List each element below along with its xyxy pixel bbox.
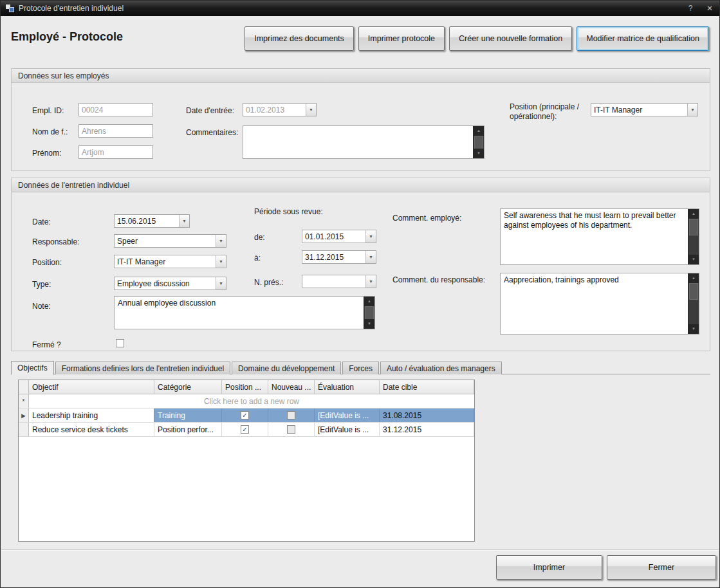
imprimer-button[interactable]: Imprimer [496, 555, 602, 580]
scrollbar[interactable]: ▲ ▼ [364, 297, 374, 329]
comment-employe-textarea[interactable]: Self awareness that he must learn to pre… [500, 208, 699, 265]
current-row-indicator-icon: ► [19, 409, 29, 422]
empl-id-field[interactable]: 00024 [78, 103, 153, 116]
create-training-button[interactable]: Créer une nouvelle formation [449, 26, 572, 51]
last-name-label: Nom de f.: [32, 127, 68, 136]
note-label: Note: [32, 302, 51, 311]
ferme-checkbox[interactable] [116, 339, 124, 347]
column-header-evaluation[interactable]: Évaluation [315, 380, 380, 394]
comments-textarea[interactable]: ▲ ▼ [243, 125, 485, 159]
de-label: de: [254, 233, 265, 242]
modify-qualification-matrix-button[interactable]: Modifier matrice de qualification [577, 26, 709, 51]
cell-categorie[interactable]: Training [154, 409, 222, 422]
scroll-up-icon[interactable]: ▲ [364, 297, 374, 306]
cell-position-check[interactable]: ✓ [222, 423, 268, 436]
tab-domaine-developpement[interactable]: Domaine du développement [232, 362, 341, 374]
cell-objectif[interactable]: Reduce service desk tickets [29, 423, 154, 436]
new-row-hint[interactable]: Click here to add a new row [29, 394, 474, 408]
cell-position-check[interactable]: ✓ [222, 409, 268, 422]
empl-id-label: Empl. ID: [32, 106, 64, 115]
first-name-field[interactable]: Artjom [78, 145, 153, 159]
column-header-nouveau[interactable]: Nouveau ... [268, 380, 315, 394]
cell-nouveau-check[interactable] [268, 409, 315, 422]
table-row[interactable]: Reduce service desk tickets Position per… [19, 423, 474, 437]
n-pres-dropdown[interactable]: ▼ [302, 275, 376, 288]
tab-page-objectifs: Objectif Catégorie Position ... Nouveau … [11, 374, 710, 546]
close-button[interactable]: ✕ [705, 4, 714, 13]
position-main-dropdown[interactable]: IT-IT Manager ▼ [591, 103, 698, 116]
scroll-down-icon[interactable]: ▼ [688, 255, 699, 264]
n-pres-label: N. prés.: [254, 278, 283, 287]
type-dropdown[interactable]: Employee discussion ▼ [114, 277, 226, 290]
cell-evaluation[interactable]: [EditValue is ... [315, 409, 380, 422]
page-title: Employé - Protocole [11, 30, 123, 44]
checkbox-unchecked-icon[interactable] [287, 425, 295, 434]
chevron-down-icon[interactable]: ▼ [216, 235, 226, 247]
scroll-down-icon[interactable]: ▼ [364, 319, 374, 329]
app-window: Protocole d'entretien individuel ? ✕ Emp… [0, 0, 720, 588]
help-button[interactable]: ? [686, 4, 695, 13]
chevron-down-icon[interactable]: ▼ [365, 230, 376, 243]
last-name-field[interactable]: Ahrens [78, 124, 153, 138]
table-row[interactable]: ► Leadership training Training ✓ [EditVa… [19, 409, 474, 423]
periode-de-picker[interactable]: 01.01.2015 ▼ [302, 230, 376, 243]
chevron-down-icon[interactable]: ▼ [687, 104, 697, 116]
column-header-position[interactable]: Position ... [222, 380, 268, 394]
checkbox-checked-icon[interactable]: ✓ [241, 411, 249, 419]
fermer-button[interactable]: Fermer [607, 555, 716, 580]
footer-separator [1, 549, 719, 551]
scroll-down-icon[interactable]: ▼ [688, 324, 699, 334]
window-title: Protocole d'entretien individuel [19, 4, 124, 13]
cell-objectif[interactable]: Leadership training [29, 409, 154, 422]
a-label: à: [254, 253, 261, 262]
print-documents-button[interactable]: Imprimez des documents [245, 26, 354, 51]
type-label: Type: [32, 280, 51, 289]
cell-evaluation[interactable]: [EditValue is ... [315, 423, 380, 436]
note-textarea[interactable]: Annual employee discussion ▲ ▼ [114, 296, 375, 329]
cell-categorie[interactable]: Position perfor... [154, 423, 222, 436]
date-label: Date: [32, 217, 51, 226]
employee-data-group: Données sur les employés Empl. ID: 00024… [11, 68, 710, 171]
periode-a-picker[interactable]: 31.12.2015 ▼ [302, 250, 376, 264]
tab-formations[interactable]: Formations definies lors de l'entretien … [55, 362, 230, 374]
responsable-label: Responsable: [32, 237, 79, 246]
cell-date-cible[interactable]: 31.08.2015 [380, 409, 474, 422]
scroll-up-icon[interactable]: ▲ [688, 209, 699, 219]
column-header-categorie[interactable]: Catégorie [154, 380, 222, 394]
new-row-indicator-icon: * [19, 394, 29, 408]
scrollbar[interactable]: ▲ ▼ [688, 273, 699, 334]
chevron-down-icon[interactable]: ▼ [365, 275, 376, 288]
cell-date-cible[interactable]: 31.12.2015 [380, 423, 474, 436]
entry-date-picker[interactable]: 01.02.2013 ▼ [243, 103, 317, 116]
chevron-down-icon[interactable]: ▼ [365, 251, 376, 263]
date-picker[interactable]: 15.06.2015 ▼ [114, 214, 190, 228]
tab-objectifs[interactable]: Objectifs [11, 361, 54, 375]
scroll-thumb[interactable] [689, 283, 698, 300]
scrollbar[interactable]: ▲ ▼ [473, 126, 484, 158]
new-row[interactable]: * Click here to add a new row [19, 394, 474, 409]
checkbox-unchecked-icon[interactable] [287, 411, 295, 419]
column-header-objectif[interactable]: Objectif [29, 380, 154, 394]
scroll-up-icon[interactable]: ▲ [474, 126, 484, 136]
tab-auto-evaluation[interactable]: Auto / évaluation des managers [380, 362, 502, 374]
scroll-down-icon[interactable]: ▼ [474, 149, 484, 158]
cell-nouveau-check[interactable] [268, 423, 315, 436]
chevron-down-icon[interactable]: ▼ [179, 215, 189, 227]
print-protocol-button[interactable]: Imprimer protocole [358, 26, 445, 51]
checkbox-checked-icon[interactable]: ✓ [241, 425, 249, 434]
chevron-down-icon[interactable]: ▼ [216, 255, 226, 268]
periode-label: Période sous revue: [254, 207, 323, 216]
column-header-date-cible[interactable]: Date cible [380, 380, 474, 394]
comment-responsable-textarea[interactable]: Aappreciation, trainings approved ▲ ▼ [500, 273, 699, 335]
comment-responsable-label: Comment. du responsable: [392, 275, 485, 284]
chevron-down-icon[interactable]: ▼ [216, 277, 226, 289]
responsable-dropdown[interactable]: Speer ▼ [114, 234, 226, 248]
tab-forces[interactable]: Forces [342, 362, 379, 374]
scrollbar[interactable]: ▲ ▼ [688, 209, 699, 264]
scroll-up-icon[interactable]: ▲ [688, 273, 699, 283]
chevron-down-icon[interactable]: ▼ [306, 104, 316, 116]
scroll-thumb[interactable] [689, 219, 698, 235]
header: Employé - Protocole Imprimez des documen… [1, 16, 719, 59]
first-name-label: Prénom: [32, 149, 61, 158]
position-dropdown[interactable]: IT-IT Manager ▼ [114, 255, 226, 268]
